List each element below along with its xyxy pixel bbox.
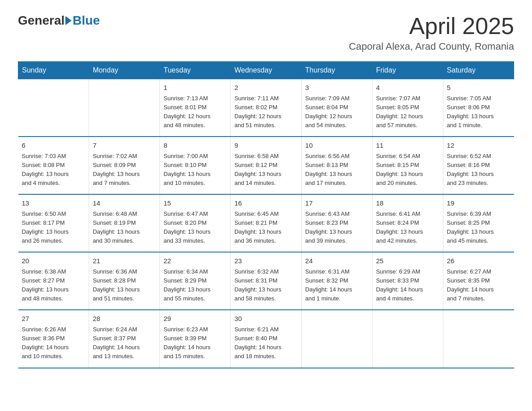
logo-arrow-icon	[65, 16, 72, 25]
day-info: Sunrise: 7:13 AM Sunset: 8:01 PM Dayligh…	[163, 94, 227, 130]
calendar-cell: 7Sunrise: 7:02 AM Sunset: 8:09 PM Daylig…	[89, 137, 160, 194]
day-info: Sunrise: 6:31 AM Sunset: 8:32 PM Dayligh…	[305, 267, 369, 304]
day-info: Sunrise: 6:52 AM Sunset: 8:16 PM Dayligh…	[447, 152, 511, 188]
location-title: Caporal Alexa, Arad County, Romania	[349, 41, 514, 52]
day-number: 27	[22, 314, 86, 324]
day-info: Sunrise: 6:47 AM Sunset: 8:20 PM Dayligh…	[163, 210, 227, 246]
day-number: 2	[234, 83, 297, 93]
calendar-cell	[372, 310, 443, 368]
day-number: 7	[93, 141, 156, 151]
day-number: 26	[447, 256, 511, 266]
calendar-cell	[301, 310, 372, 368]
day-info: Sunrise: 6:21 AM Sunset: 8:40 PM Dayligh…	[234, 325, 297, 361]
logo-general-text: General	[18, 13, 64, 28]
day-number: 16	[234, 198, 297, 209]
day-info: Sunrise: 6:36 AM Sunset: 8:28 PM Dayligh…	[93, 267, 156, 304]
calendar-cell: 13Sunrise: 6:50 AM Sunset: 8:17 PM Dayli…	[18, 194, 89, 252]
week-row-1: 1Sunrise: 7:13 AM Sunset: 8:01 PM Daylig…	[18, 79, 514, 137]
day-info: Sunrise: 6:32 AM Sunset: 8:31 PM Dayligh…	[234, 267, 297, 304]
day-info: Sunrise: 6:24 AM Sunset: 8:37 PM Dayligh…	[93, 325, 156, 361]
day-number: 9	[234, 141, 297, 151]
day-info: Sunrise: 6:45 AM Sunset: 8:21 PM Dayligh…	[234, 210, 297, 246]
logo: General Blue	[18, 13, 100, 28]
day-info: Sunrise: 6:54 AM Sunset: 8:15 PM Dayligh…	[376, 152, 439, 188]
day-info: Sunrise: 6:29 AM Sunset: 8:33 PM Dayligh…	[376, 267, 439, 304]
day-number: 25	[376, 256, 439, 266]
week-row-5: 27Sunrise: 6:26 AM Sunset: 8:36 PM Dayli…	[18, 310, 514, 368]
calendar-cell: 30Sunrise: 6:21 AM Sunset: 8:40 PM Dayli…	[231, 310, 301, 368]
calendar-cell: 18Sunrise: 6:41 AM Sunset: 8:24 PM Dayli…	[372, 194, 443, 252]
day-number: 5	[447, 83, 511, 93]
day-info: Sunrise: 6:43 AM Sunset: 8:23 PM Dayligh…	[305, 210, 369, 246]
day-info: Sunrise: 7:07 AM Sunset: 8:05 PM Dayligh…	[376, 94, 439, 130]
day-info: Sunrise: 6:27 AM Sunset: 8:35 PM Dayligh…	[447, 267, 511, 304]
weekday-header-sunday: Sunday	[18, 62, 89, 79]
calendar-cell: 17Sunrise: 6:43 AM Sunset: 8:23 PM Dayli…	[301, 194, 372, 252]
day-number: 11	[376, 141, 439, 151]
title-block: April 2025 Caporal Alexa, Arad County, R…	[349, 13, 514, 52]
day-number: 18	[376, 198, 439, 209]
weekday-header-friday: Friday	[372, 62, 443, 79]
day-info: Sunrise: 6:58 AM Sunset: 8:12 PM Dayligh…	[234, 152, 297, 188]
calendar-cell: 12Sunrise: 6:52 AM Sunset: 8:16 PM Dayli…	[443, 137, 514, 194]
day-info: Sunrise: 6:56 AM Sunset: 8:13 PM Dayligh…	[305, 152, 369, 188]
calendar-cell: 23Sunrise: 6:32 AM Sunset: 8:31 PM Dayli…	[231, 252, 301, 310]
calendar-cell: 1Sunrise: 7:13 AM Sunset: 8:01 PM Daylig…	[160, 79, 231, 137]
day-info: Sunrise: 7:03 AM Sunset: 8:08 PM Dayligh…	[22, 152, 86, 188]
calendar-cell: 9Sunrise: 6:58 AM Sunset: 8:12 PM Daylig…	[231, 137, 301, 194]
day-info: Sunrise: 6:39 AM Sunset: 8:25 PM Dayligh…	[447, 210, 511, 246]
day-number: 15	[163, 198, 227, 209]
week-row-3: 13Sunrise: 6:50 AM Sunset: 8:17 PM Dayli…	[18, 194, 514, 252]
calendar-table: SundayMondayTuesdayWednesdayThursdayFrid…	[18, 61, 514, 368]
day-number: 24	[305, 256, 369, 266]
day-number: 23	[234, 256, 297, 266]
day-number: 12	[447, 141, 511, 151]
day-number: 30	[234, 314, 297, 324]
calendar-cell: 22Sunrise: 6:34 AM Sunset: 8:29 PM Dayli…	[160, 252, 231, 310]
day-number: 6	[22, 141, 86, 151]
day-info: Sunrise: 7:00 AM Sunset: 8:10 PM Dayligh…	[163, 152, 227, 188]
calendar-cell: 2Sunrise: 7:11 AM Sunset: 8:02 PM Daylig…	[231, 79, 301, 137]
month-title: April 2025	[349, 13, 514, 39]
week-row-4: 20Sunrise: 6:38 AM Sunset: 8:27 PM Dayli…	[18, 252, 514, 310]
calendar-cell	[18, 79, 89, 137]
calendar-cell: 4Sunrise: 7:07 AM Sunset: 8:05 PM Daylig…	[372, 79, 443, 137]
calendar-cell: 11Sunrise: 6:54 AM Sunset: 8:15 PM Dayli…	[372, 137, 443, 194]
day-number: 1	[163, 83, 227, 93]
day-info: Sunrise: 7:11 AM Sunset: 8:02 PM Dayligh…	[234, 94, 297, 130]
day-info: Sunrise: 6:41 AM Sunset: 8:24 PM Dayligh…	[376, 210, 439, 246]
calendar-cell: 28Sunrise: 6:24 AM Sunset: 8:37 PM Dayli…	[89, 310, 160, 368]
calendar-cell	[89, 79, 160, 137]
day-info: Sunrise: 6:50 AM Sunset: 8:17 PM Dayligh…	[22, 210, 86, 246]
calendar-cell: 24Sunrise: 6:31 AM Sunset: 8:32 PM Dayli…	[301, 252, 372, 310]
calendar-cell: 26Sunrise: 6:27 AM Sunset: 8:35 PM Dayli…	[443, 252, 514, 310]
day-info: Sunrise: 6:23 AM Sunset: 8:39 PM Dayligh…	[163, 325, 227, 361]
calendar-cell: 20Sunrise: 6:38 AM Sunset: 8:27 PM Dayli…	[18, 252, 89, 310]
weekday-header-thursday: Thursday	[301, 62, 372, 79]
day-info: Sunrise: 7:05 AM Sunset: 8:06 PM Dayligh…	[447, 94, 511, 130]
calendar-cell: 8Sunrise: 7:00 AM Sunset: 8:10 PM Daylig…	[160, 137, 231, 194]
calendar-cell: 5Sunrise: 7:05 AM Sunset: 8:06 PM Daylig…	[443, 79, 514, 137]
day-number: 8	[163, 141, 227, 151]
day-number: 21	[93, 256, 156, 266]
calendar-cell: 14Sunrise: 6:48 AM Sunset: 8:19 PM Dayli…	[89, 194, 160, 252]
weekday-header-wednesday: Wednesday	[231, 62, 301, 79]
calendar-cell: 15Sunrise: 6:47 AM Sunset: 8:20 PM Dayli…	[160, 194, 231, 252]
calendar-cell: 16Sunrise: 6:45 AM Sunset: 8:21 PM Dayli…	[231, 194, 301, 252]
day-number: 22	[163, 256, 227, 266]
day-number: 28	[93, 314, 156, 324]
day-number: 14	[93, 198, 156, 209]
day-number: 29	[163, 314, 227, 324]
calendar-cell: 6Sunrise: 7:03 AM Sunset: 8:08 PM Daylig…	[18, 137, 89, 194]
page-header: General Blue April 2025 Caporal Alexa, A…	[18, 13, 514, 52]
day-info: Sunrise: 7:02 AM Sunset: 8:09 PM Dayligh…	[93, 152, 156, 188]
calendar-cell	[443, 310, 514, 368]
weekday-header-saturday: Saturday	[443, 62, 514, 79]
week-row-2: 6Sunrise: 7:03 AM Sunset: 8:08 PM Daylig…	[18, 137, 514, 194]
calendar-cell: 21Sunrise: 6:36 AM Sunset: 8:28 PM Dayli…	[89, 252, 160, 310]
calendar-cell: 10Sunrise: 6:56 AM Sunset: 8:13 PM Dayli…	[301, 137, 372, 194]
day-number: 4	[376, 83, 439, 93]
calendar-cell: 29Sunrise: 6:23 AM Sunset: 8:39 PM Dayli…	[160, 310, 231, 368]
day-info: Sunrise: 6:34 AM Sunset: 8:29 PM Dayligh…	[163, 267, 227, 304]
day-number: 10	[305, 141, 369, 151]
